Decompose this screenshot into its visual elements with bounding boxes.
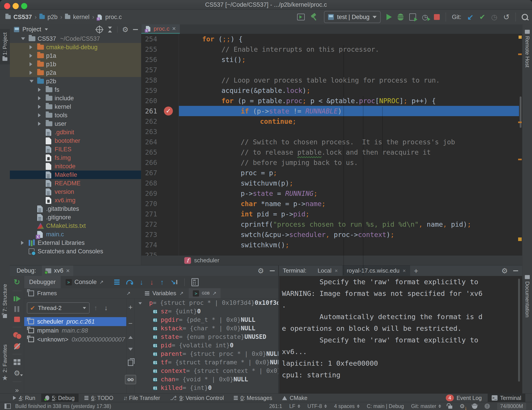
gear-icon[interactable]: ⚙: [122, 26, 129, 33]
frame-scheduler[interactable]: schedulerproc.c:261: [24, 317, 126, 326]
chevron-collapsed-icon[interactable]: [21, 241, 29, 245]
variable-pgdir[interactable]: 01pgdir = {pde_t * | 0x0} NULL: [135, 315, 278, 324]
gutter-breakpoint-zone[interactable]: [160, 178, 179, 188]
rollback-icon[interactable]: ↺: [503, 13, 510, 21]
code-line-271[interactable]: 271int pid = p->pid;: [141, 209, 519, 219]
chevron-collapsed-icon[interactable]: [29, 62, 37, 66]
variables-pane-header[interactable]: Variables ↗: [145, 290, 184, 297]
restore-layout-icon[interactable]: [14, 359, 20, 364]
caret-position-widget[interactable]: 261:1: [269, 403, 282, 409]
chevron-expanded-icon[interactable]: [21, 37, 29, 40]
step-over-icon[interactable]: [126, 280, 133, 284]
new-terminal-tab-icon[interactable]: +: [414, 267, 418, 275]
tree-item-external-libraries[interactable]: External Libraries: [10, 239, 141, 247]
editor-scrollbar-thumb[interactable]: [520, 96, 522, 128]
toolwindow-button-9-version-control[interactable]: ⎇9: Version Control: [166, 394, 228, 402]
line-number[interactable]: 274: [141, 241, 160, 249]
gutter-breakpoint-zone[interactable]: [160, 116, 179, 126]
toggle-stripes-icon[interactable]: [4, 403, 11, 409]
run-with-coverage-icon[interactable]: [409, 13, 416, 21]
variable-kstack[interactable]: 01kstack = {char * | 0x0} NULL: [135, 324, 278, 332]
debug-session-tab[interactable]: xv6 ×: [42, 265, 73, 276]
move-down-icon[interactable]: [128, 348, 133, 351]
stripe-change-mark[interactable]: [518, 159, 522, 160]
rerun-icon[interactable]: ↻: [14, 278, 20, 286]
code-line-254[interactable]: 254for (;;) {: [141, 34, 519, 44]
memory-indicator[interactable]: 74/8000M: [497, 403, 526, 410]
collapse-all-icon[interactable]: [107, 27, 113, 32]
editor-breadcrumb-function[interactable]: scheduler: [194, 257, 219, 264]
step-into-icon[interactable]: ↓: [140, 279, 143, 286]
duplicate-icon[interactable]: [128, 360, 133, 366]
debug-settings-icon[interactable]: ⚙: [14, 370, 20, 377]
close-tab-icon[interactable]: ×: [335, 268, 338, 273]
tree-item-makefile[interactable]: Makefile: [10, 170, 141, 179]
variable-state[interactable]: 01state = {enum procstate} UNUSED: [135, 332, 278, 341]
chevron-expanded-icon[interactable]: [29, 80, 37, 83]
breadcrumb-kernel[interactable]: kernel: [73, 14, 90, 21]
code-line-268[interactable]: 268switchuvm(p);: [141, 178, 519, 188]
indent-widget[interactable]: 4 spaces: [334, 403, 360, 409]
encoding-widget[interactable]: UTF-8: [307, 403, 327, 409]
toolwindow-button-5-debug[interactable]: 5: Debug: [41, 394, 79, 402]
debug-button[interactable]: [398, 14, 403, 20]
hide-panel-icon[interactable]: [513, 270, 518, 271]
stripe-button-structure[interactable]: 7: Structure: [0, 284, 10, 318]
code-line-260[interactable]: 260for (p = ptable.proc; p < &ptable.pro…: [141, 96, 519, 106]
thread-select[interactable]: ✔ Thread-2: [27, 302, 90, 314]
chevron-collapsed-icon[interactable]: [38, 105, 46, 109]
profiler-icon[interactable]: ◷: [422, 13, 428, 21]
variable-parent[interactable]: 01parent = {struct proc * | 0x0} NULL: [135, 349, 278, 358]
chevron-collapsed-icon[interactable]: [29, 54, 37, 58]
float-window-icon[interactable]: ↗: [179, 290, 183, 296]
terminal-output[interactable]: Specify the 'raw' format explicitly toWA…: [279, 276, 522, 394]
line-number[interactable]: 255: [141, 46, 160, 53]
variable-pid[interactable]: 01pid = {volatile int} 0: [135, 341, 278, 349]
code-line-267[interactable]: 267proc = p;: [141, 168, 519, 178]
gutter-breakpoint-zone[interactable]: [160, 229, 179, 240]
tree-item-xv6-img[interactable]: xv6.img: [10, 196, 141, 205]
line-number[interactable]: 258: [141, 76, 160, 84]
code-line-273[interactable]: 273swtch(&cpu->scheduler, proc->context)…: [141, 229, 519, 240]
frame-mpmain[interactable]: mpmainmain.c:88: [24, 326, 126, 335]
chevron-collapsed-icon[interactable]: [38, 88, 46, 92]
line-number[interactable]: 267: [141, 169, 160, 177]
gutter-breakpoint-zone[interactable]: [160, 137, 179, 147]
toolwindow-button-cmake[interactable]: CMake: [278, 394, 312, 402]
tree-item-user[interactable]: user: [10, 120, 141, 128]
stripe-button-remote-host[interactable]: Remote Host: [522, 30, 532, 67]
tab-console[interactable]: > Console ↗: [61, 276, 109, 288]
stripe-change-mark[interactable]: [518, 237, 522, 241]
locate-file-icon[interactable]: [96, 26, 103, 33]
tree-item-cmake-build-debug[interactable]: cmake-build-debug: [10, 43, 141, 51]
line-number[interactable]: 271: [141, 210, 160, 218]
tree-item-bootother[interactable]: bootother: [10, 137, 141, 145]
stop-button[interactable]: [434, 14, 440, 20]
code-line-265[interactable]: 265// to release ptable.lock and then re…: [141, 147, 519, 157]
toolwindow-button-6-todo[interactable]: 6: TODO: [80, 394, 117, 402]
breadcrumb-p2b[interactable]: p2b: [48, 14, 57, 21]
gear-icon[interactable]: ⚙: [257, 267, 264, 274]
editor-tab-proc-c[interactable]: C proc.c ×: [141, 24, 180, 34]
next-frame-icon[interactable]: ↓: [104, 305, 108, 311]
tree-item-cmakelists-txt[interactable]: CMakeLists.txt: [10, 222, 141, 230]
git-update-icon[interactable]: ↙: [467, 13, 474, 21]
tree-item-initcode[interactable]: initcode: [10, 162, 141, 170]
tree-item-p2a[interactable]: p2a: [10, 68, 141, 77]
code-line-264[interactable]: 264// Switch to chosen process. It is th…: [141, 137, 519, 147]
breakpoint-icon[interactable]: ✓: [164, 107, 173, 115]
line-number[interactable]: 262: [141, 118, 160, 125]
threads-view-icon[interactable]: [114, 280, 120, 281]
terminal-tab-local[interactable]: Local ×: [313, 265, 342, 276]
float-window-icon[interactable]: ↗: [126, 290, 130, 296]
move-up-icon[interactable]: [128, 336, 133, 339]
gear-sync-icon[interactable]: ⚙: [459, 403, 465, 409]
remove-watch-icon[interactable]: −: [128, 320, 133, 327]
toolwindow-button-event-log[interactable]: 4Event Log: [442, 394, 486, 402]
gear-icon[interactable]: ⚙: [501, 267, 508, 274]
editor-error-stripe[interactable]: [519, 34, 522, 265]
code-editor[interactable]: 254for (;;) {255// Enable interrupts on …: [141, 34, 519, 256]
view-breakpoints-icon[interactable]: [13, 332, 21, 338]
code-line-259[interactable]: 259acquire(&ptable.lock);: [141, 85, 519, 96]
resume-icon[interactable]: [14, 296, 20, 301]
